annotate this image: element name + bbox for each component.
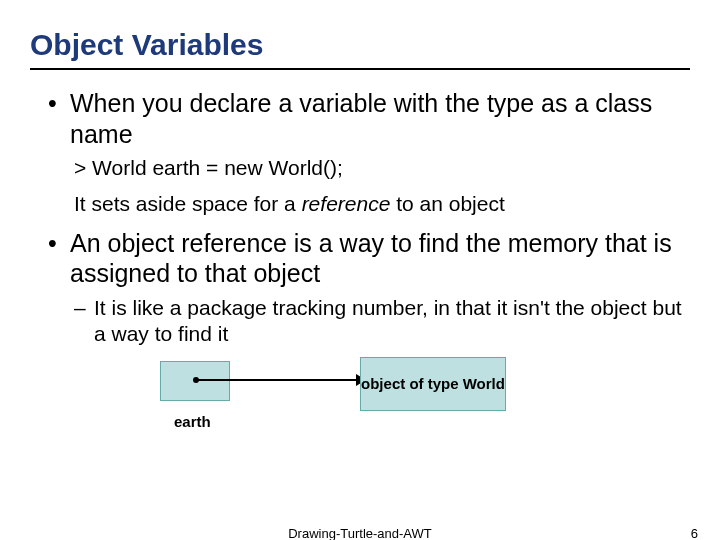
dash-mark: – xyxy=(74,295,94,348)
bullet-1-sub-2-suffix: to an object xyxy=(390,192,504,215)
bullet-dot: • xyxy=(48,228,70,289)
reference-diagram: object of type World earth xyxy=(160,357,690,467)
bullet-2-text: An object reference is a way to find the… xyxy=(70,228,690,289)
footer-page-number: 6 xyxy=(691,526,698,540)
bullet-2-dash-1: – It is like a package tracking number, … xyxy=(74,295,690,348)
bullet-dot: • xyxy=(48,88,70,149)
bullet-1-text: When you declare a variable with the typ… xyxy=(70,88,690,149)
bullet-1: • When you declare a variable with the t… xyxy=(48,88,690,149)
bullet-2: • An object reference is a way to find t… xyxy=(48,228,690,289)
slide-title: Object Variables xyxy=(30,28,690,70)
bullet-1-sub-1: > World earth = new World(); xyxy=(74,155,690,181)
object-box: object of type World xyxy=(360,357,506,411)
arrow-line xyxy=(196,379,360,381)
bullet-1-sub-2-italic: reference xyxy=(302,192,391,215)
bullet-2-dash-1-text: It is like a package tracking number, in… xyxy=(94,295,690,348)
bullet-1-sub-2: It sets aside space for a reference to a… xyxy=(74,191,690,217)
bullet-1-sub-2-prefix: It sets aside space for a xyxy=(74,192,302,215)
footer-source: Drawing-Turtle-and-AWT xyxy=(0,526,720,540)
variable-label: earth xyxy=(174,413,211,430)
